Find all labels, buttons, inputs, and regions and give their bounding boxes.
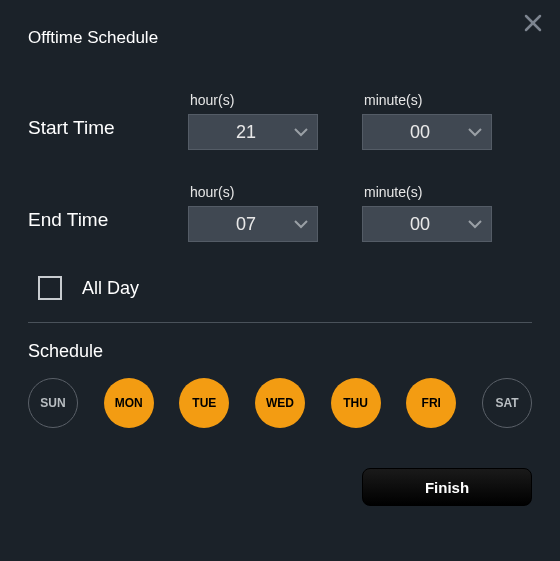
day-mon[interactable]: MON xyxy=(104,378,154,428)
days-row: SUN MON TUE WED THU FRI SAT xyxy=(28,378,532,428)
all-day-row: All Day xyxy=(38,276,532,300)
end-minute-col: minute(s) 00 xyxy=(362,184,492,242)
chevron-down-icon xyxy=(285,219,317,229)
offtime-schedule-panel: Offtime Schedule Start Time hour(s) 21 m… xyxy=(0,0,560,561)
end-minute-dropdown[interactable]: 00 xyxy=(362,206,492,242)
day-fri[interactable]: FRI xyxy=(406,378,456,428)
start-time-row: Start Time hour(s) 21 minute(s) 00 xyxy=(28,92,532,150)
end-minute-label: minute(s) xyxy=(362,184,492,200)
end-hour-value: 07 xyxy=(189,214,285,235)
end-hour-col: hour(s) 07 xyxy=(188,184,318,242)
day-tue[interactable]: TUE xyxy=(179,378,229,428)
end-minute-value: 00 xyxy=(363,214,459,235)
all-day-checkbox[interactable] xyxy=(38,276,62,300)
all-day-label: All Day xyxy=(82,278,139,299)
chevron-down-icon xyxy=(459,127,491,137)
start-hour-dropdown[interactable]: 21 xyxy=(188,114,318,150)
day-sat[interactable]: SAT xyxy=(482,378,532,428)
chevron-down-icon xyxy=(285,127,317,137)
day-thu[interactable]: THU xyxy=(331,378,381,428)
panel-title: Offtime Schedule xyxy=(28,28,532,48)
end-hour-dropdown[interactable]: 07 xyxy=(188,206,318,242)
start-hour-value: 21 xyxy=(189,122,285,143)
start-hour-label: hour(s) xyxy=(188,92,318,108)
end-time-row: End Time hour(s) 07 minute(s) 00 xyxy=(28,184,532,242)
start-minute-dropdown[interactable]: 00 xyxy=(362,114,492,150)
start-minute-label: minute(s) xyxy=(362,92,492,108)
start-hour-col: hour(s) 21 xyxy=(188,92,318,150)
divider xyxy=(28,322,532,323)
chevron-down-icon xyxy=(459,219,491,229)
close-icon[interactable] xyxy=(524,14,542,32)
end-time-label: End Time xyxy=(28,195,188,231)
start-minute-value: 00 xyxy=(363,122,459,143)
day-wed[interactable]: WED xyxy=(255,378,305,428)
finish-button[interactable]: Finish xyxy=(362,468,532,506)
footer: Finish xyxy=(28,468,532,506)
schedule-label: Schedule xyxy=(28,341,532,362)
start-minute-col: minute(s) 00 xyxy=(362,92,492,150)
start-time-label: Start Time xyxy=(28,103,188,139)
end-hour-label: hour(s) xyxy=(188,184,318,200)
day-sun[interactable]: SUN xyxy=(28,378,78,428)
